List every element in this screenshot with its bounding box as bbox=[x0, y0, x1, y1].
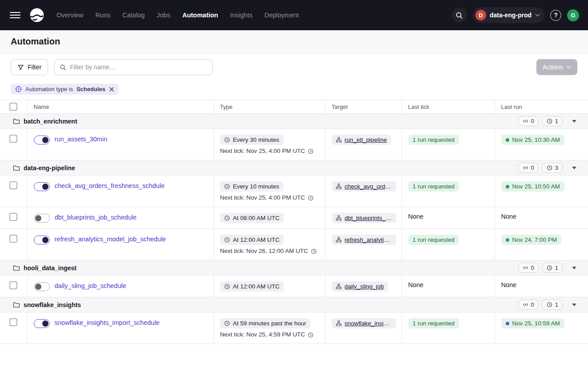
column-header-name: Name bbox=[27, 100, 213, 114]
last-tick-chip[interactable]: 1 run requested bbox=[408, 135, 459, 145]
group-row: hooli_data_ingest 0 1 bbox=[0, 260, 588, 276]
last-tick-chip[interactable]: 1 run requested bbox=[408, 318, 459, 328]
sensor-count: 0 bbox=[531, 301, 534, 308]
run-status-dot bbox=[506, 138, 509, 142]
collapse-group-button[interactable] bbox=[570, 265, 578, 271]
schedule-name-link[interactable]: daily_sling_job_schedule bbox=[55, 282, 126, 289]
column-header-target: Target bbox=[325, 100, 402, 114]
target-name: refresh_analytics_r bbox=[345, 236, 392, 243]
target-link[interactable]: check_avg_orders_ bbox=[332, 181, 396, 192]
nav-item-overview[interactable]: Overview bbox=[56, 12, 83, 19]
collapse-group-button[interactable] bbox=[570, 118, 578, 124]
clock-icon bbox=[308, 148, 314, 154]
clock-icon bbox=[547, 302, 552, 308]
sensor-count: 0 bbox=[531, 164, 534, 171]
row-checkbox[interactable] bbox=[9, 213, 17, 221]
filter-tag[interactable]: Automation type is Schedules bbox=[11, 84, 119, 95]
actions-button[interactable]: Actions bbox=[536, 59, 577, 75]
schedule-toggle[interactable] bbox=[34, 182, 50, 191]
sensor-count: 0 bbox=[531, 118, 534, 124]
target-link[interactable]: snowflake_insights bbox=[332, 318, 396, 328]
last-run-text: Nov 25, 10:50 AM bbox=[512, 183, 560, 190]
toggle-knob bbox=[35, 215, 41, 221]
top-nav: OverviewRunsCatalogJobsAutomationInsight… bbox=[0, 0, 588, 30]
last-tick-none: None bbox=[408, 281, 424, 288]
nav-item-jobs[interactable]: Jobs bbox=[157, 12, 170, 19]
row-checkbox[interactable] bbox=[9, 135, 17, 143]
remove-filter-icon[interactable] bbox=[109, 87, 114, 92]
folder-icon bbox=[13, 164, 20, 172]
search-icon bbox=[455, 12, 463, 19]
help-button[interactable]: ? bbox=[550, 10, 561, 21]
last-run-link[interactable]: Nov 25, 10:30 AM bbox=[501, 135, 564, 145]
filter-button-label: Filter bbox=[28, 64, 41, 71]
table-header-row: Name Type Target Last tick Last run bbox=[0, 100, 588, 114]
page-title: Automation bbox=[11, 36, 60, 47]
schedule-type-chip: At 12:00 AM UTC bbox=[220, 281, 284, 292]
schedule-name-link[interactable]: snowflake_insights_import_schedule bbox=[55, 319, 160, 326]
group-name: data-eng-pipeline bbox=[24, 164, 75, 172]
name-filter-input[interactable] bbox=[70, 64, 207, 71]
schedule-toggle[interactable] bbox=[34, 282, 50, 291]
run-status-dot bbox=[506, 322, 509, 325]
clock-icon bbox=[547, 118, 552, 124]
row-checkbox[interactable] bbox=[9, 181, 17, 189]
schedule-count-badge: 1 bbox=[542, 116, 563, 126]
schedule-name-link[interactable]: dbt_blueprints_job_schedule bbox=[55, 214, 137, 221]
user-avatar[interactable]: G bbox=[567, 9, 579, 21]
job-icon bbox=[336, 237, 342, 243]
search-button[interactable] bbox=[452, 8, 467, 23]
row-checkbox[interactable] bbox=[9, 281, 17, 289]
next-tick-text: Next tick: Nov 25, 4:00 PM UTC bbox=[220, 148, 305, 155]
last-tick-text: 1 run requested bbox=[413, 320, 455, 327]
group-name: batch_enrichment bbox=[24, 118, 77, 125]
target-link[interactable]: run_etl_pipeline bbox=[332, 135, 391, 145]
last-tick-chip[interactable]: 1 run requested bbox=[408, 181, 459, 192]
collapse-group-button[interactable] bbox=[570, 165, 578, 171]
target-link[interactable]: daily_sling_job bbox=[332, 281, 388, 292]
dagster-logo[interactable] bbox=[28, 6, 46, 24]
schedule-name-link[interactable]: run_assets_30min bbox=[55, 136, 108, 143]
nav-item-catalog[interactable]: Catalog bbox=[122, 12, 145, 19]
schedule-name-link[interactable]: check_avg_orders_freshness_schdule bbox=[55, 182, 165, 189]
row-checkbox[interactable] bbox=[9, 318, 17, 326]
target-link[interactable]: dbt_blueprints_job bbox=[332, 213, 396, 223]
job-icon bbox=[336, 284, 342, 289]
schedule-name-link[interactable]: refresh_analytics_model_job_schedule bbox=[55, 236, 166, 243]
caret-down-icon bbox=[572, 304, 576, 306]
last-run-link[interactable]: Nov 25, 10:59 AM bbox=[501, 318, 564, 328]
schedule-toggle[interactable] bbox=[34, 236, 50, 244]
schedule-toggle[interactable] bbox=[34, 319, 50, 328]
clock-icon bbox=[224, 215, 230, 221]
collapse-group-button[interactable] bbox=[570, 302, 578, 308]
nav-item-runs[interactable]: Runs bbox=[95, 12, 110, 19]
menu-button[interactable] bbox=[9, 10, 21, 20]
toggle-knob bbox=[42, 237, 48, 243]
nav-item-insights[interactable]: Insights bbox=[230, 12, 252, 19]
last-tick-chip[interactable]: 1 run requested bbox=[408, 235, 459, 245]
deployment-selector[interactable]: D data-eng-prod bbox=[473, 7, 544, 23]
clock-icon bbox=[308, 332, 314, 338]
schedule-toggle[interactable] bbox=[34, 136, 50, 144]
automation-row: dbt_blueprints_job_schedule At 08:00 AM … bbox=[0, 207, 588, 229]
row-checkbox[interactable] bbox=[9, 235, 17, 243]
sensor-count-badge: 0 bbox=[518, 300, 539, 310]
nav-item-automation[interactable]: Automation bbox=[182, 12, 218, 19]
chevron-down-icon bbox=[535, 13, 540, 17]
last-run-link[interactable]: Nov 25, 10:50 AM bbox=[501, 181, 564, 192]
schedule-count: 1 bbox=[555, 301, 558, 308]
clock-icon bbox=[547, 265, 552, 271]
folder-icon bbox=[13, 301, 20, 308]
schedule-cadence: Every 30 minutes bbox=[233, 136, 279, 143]
schedule-toggle[interactable] bbox=[34, 214, 50, 223]
target-link[interactable]: refresh_analytics_r bbox=[332, 235, 396, 245]
nav-item-deployment[interactable]: Deployment bbox=[264, 12, 298, 19]
toolbar: Filter Actions bbox=[0, 53, 588, 81]
job-icon bbox=[336, 137, 342, 143]
filter-button[interactable]: Filter bbox=[11, 59, 48, 75]
filter-tag-prefix: Automation type is bbox=[25, 86, 73, 92]
last-run-link[interactable]: Nov 24, 7:00 PM bbox=[501, 235, 562, 245]
next-tick: Next tick: Nov 25, 4:59 PM UTC bbox=[220, 331, 320, 338]
clock-icon bbox=[224, 284, 230, 289]
select-all-checkbox[interactable] bbox=[9, 103, 17, 111]
